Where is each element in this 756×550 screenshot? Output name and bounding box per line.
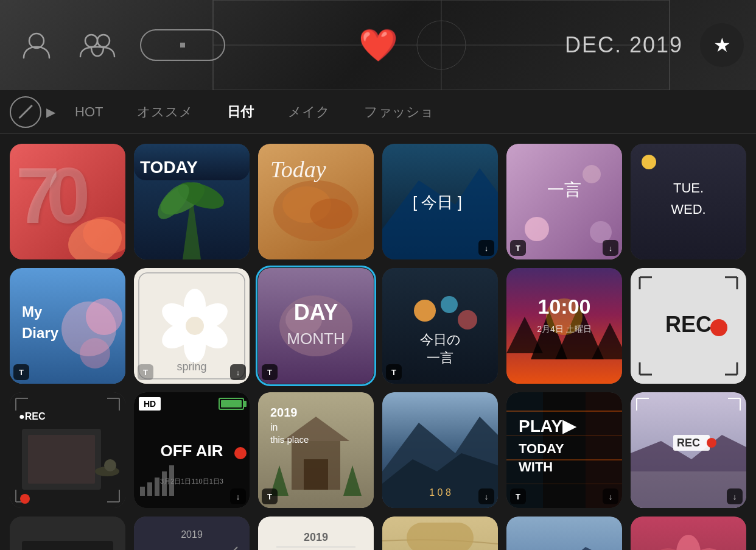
svg-rect-89 bbox=[243, 401, 247, 407]
tab-fashion[interactable]: ファッショ bbox=[347, 98, 451, 126]
svg-point-31 bbox=[525, 217, 549, 241]
card-today2[interactable]: Today bbox=[258, 144, 374, 259]
svg-rect-117 bbox=[22, 541, 113, 550]
svg-text:2月4日 土曜日: 2月4日 土曜日 bbox=[537, 324, 591, 334]
card-rec-dark-art: ●REC bbox=[10, 392, 125, 508]
card-1000[interactable]: 10:00 2月4日 土曜日 bbox=[506, 268, 622, 384]
svg-text:一言: 一言 bbox=[427, 350, 453, 365]
card-ima[interactable]: [ 今日 ] ↓ bbox=[382, 144, 498, 259]
svg-text:TUE.: TUE. bbox=[673, 180, 704, 196]
svg-text:WED.: WED. bbox=[671, 202, 705, 217]
group-icon[interactable] bbox=[79, 27, 116, 63]
hero-icons bbox=[18, 27, 225, 63]
svg-text:1 0 8: 1 0 8 bbox=[429, 487, 451, 498]
card-today[interactable]: TODAY TODAY bbox=[134, 144, 250, 259]
down-badge: ↓ bbox=[603, 488, 618, 504]
svg-text:MONTH: MONTH bbox=[287, 330, 345, 348]
card-today2-art: Today bbox=[258, 144, 374, 259]
card-bottom1[interactable] bbox=[10, 517, 125, 550]
card-bottom2[interactable]: 2019 bbox=[134, 517, 250, 550]
svg-point-79 bbox=[20, 494, 30, 504]
svg-text:DAY: DAY bbox=[294, 300, 338, 325]
svg-rect-137 bbox=[407, 523, 474, 550]
search-bar[interactable] bbox=[140, 29, 225, 61]
card-b6-art bbox=[631, 517, 746, 550]
card-ichigen[interactable]: 一言 T ↓ bbox=[506, 144, 622, 259]
tab-hot[interactable]: HOT bbox=[58, 99, 120, 125]
no-filter-button[interactable] bbox=[10, 96, 41, 128]
down-badge: ↓ bbox=[230, 488, 246, 504]
tab-nichizuke[interactable]: 日付 bbox=[210, 98, 271, 126]
t-badge: T bbox=[262, 364, 278, 380]
card-playtoday[interactable]: PLAY▶ TODAY WITH T ↓ bbox=[506, 392, 622, 508]
card-b1-art bbox=[10, 517, 125, 550]
card-kyono[interactable]: 今日の 一言 T bbox=[382, 268, 498, 384]
card-bottom4[interactable] bbox=[382, 517, 498, 550]
svg-text:2019: 2019 bbox=[304, 531, 328, 543]
card-daymonth[interactable]: DAY MONTH T bbox=[258, 268, 374, 384]
card-offair[interactable]: HD OFF AIR 3月2日1日110日1日3 ↓ bbox=[134, 392, 250, 508]
t-badge: T bbox=[386, 364, 402, 380]
svg-point-35 bbox=[642, 155, 656, 169]
svg-text:3月2日1日110日1日3: 3月2日1日110日1日3 bbox=[160, 478, 223, 485]
svg-point-8 bbox=[85, 35, 97, 47]
card-spring[interactable]: spring T ↓ bbox=[134, 268, 250, 384]
down-badge: ↓ bbox=[727, 488, 743, 504]
svg-text:Diary: Diary bbox=[22, 325, 59, 341]
svg-text:●REC: ●REC bbox=[19, 411, 46, 421]
svg-point-62 bbox=[441, 296, 458, 313]
card-rec2[interactable]: REC ↓ bbox=[631, 392, 746, 508]
card-mydiary[interactable]: My Diary T bbox=[10, 268, 125, 384]
card-rec-art: REC bbox=[631, 268, 746, 384]
download-badge: ↓ bbox=[478, 240, 494, 256]
svg-text:OFF AIR: OFF AIR bbox=[160, 442, 223, 460]
svg-text:10:00: 10:00 bbox=[538, 295, 591, 318]
hero-date: DEC. 2019 bbox=[565, 32, 683, 58]
card-tuewed[interactable]: TUE. WED. bbox=[631, 144, 746, 259]
card-bottom3[interactable]: 2019 bbox=[258, 517, 374, 550]
card-1000-art: 10:00 2月4日 土曜日 bbox=[506, 268, 622, 384]
card-b4-art bbox=[382, 517, 498, 550]
svg-rect-138 bbox=[506, 517, 622, 550]
card-70[interactable]: 7 0 bbox=[10, 144, 125, 259]
svg-rect-96 bbox=[304, 459, 328, 490]
down-badge: ↓ bbox=[230, 364, 246, 380]
star-button[interactable]: ★ bbox=[700, 23, 744, 67]
svg-text:Today: Today bbox=[270, 157, 326, 182]
card-rec-dark[interactable]: ●REC bbox=[10, 392, 125, 508]
filter-arrow-icon: ▶ bbox=[46, 105, 55, 119]
svg-point-7 bbox=[29, 33, 44, 48]
svg-rect-82 bbox=[147, 482, 152, 496]
tab-osusume[interactable]: オススメ bbox=[120, 98, 210, 126]
svg-text:TODAY: TODAY bbox=[519, 441, 564, 456]
heart-emoji: ❤️ bbox=[359, 27, 398, 64]
card-2019place[interactable]: 2019 in this place T bbox=[258, 392, 374, 508]
svg-rect-90 bbox=[221, 400, 242, 407]
svg-text:this place: this place bbox=[270, 434, 309, 445]
filter-bar: ▶ HOT オススメ 日付 メイク ファッショ bbox=[0, 90, 756, 134]
card-bottom6[interactable] bbox=[631, 517, 746, 550]
card-b2-art: 2019 bbox=[134, 517, 250, 550]
tab-meiku[interactable]: メイク bbox=[271, 98, 347, 126]
no-filter-line bbox=[19, 105, 33, 119]
svg-point-41 bbox=[80, 338, 110, 368]
svg-rect-83 bbox=[155, 478, 159, 496]
svg-point-61 bbox=[414, 300, 436, 322]
svg-point-52 bbox=[186, 317, 204, 335]
svg-text:REC: REC bbox=[677, 437, 700, 449]
svg-text:今日の: 今日の bbox=[420, 332, 461, 347]
card-mountain[interactable]: 1 0 8 ↓ bbox=[382, 392, 498, 508]
svg-text:TODAY: TODAY bbox=[140, 158, 198, 177]
svg-point-32 bbox=[583, 165, 601, 183]
star-icon: ★ bbox=[713, 33, 731, 57]
svg-text:in: in bbox=[270, 422, 278, 432]
svg-point-77 bbox=[104, 459, 116, 471]
svg-text:REC: REC bbox=[665, 312, 712, 337]
svg-text:My: My bbox=[22, 303, 43, 320]
card-rec-white[interactable]: REC bbox=[631, 268, 746, 384]
profile-icon[interactable] bbox=[18, 27, 55, 63]
card-bottom5[interactable] bbox=[506, 517, 622, 550]
svg-point-40 bbox=[86, 298, 122, 335]
widget-grid: 7 0 TODAY bbox=[0, 134, 756, 550]
svg-point-115 bbox=[707, 438, 716, 448]
